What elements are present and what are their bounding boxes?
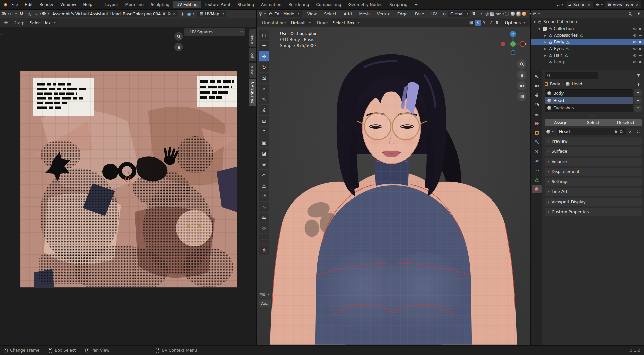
image-display-dropdown[interactable]: ● bbox=[187, 11, 194, 17]
menu-add[interactable]: Add bbox=[341, 10, 355, 18]
menu-view[interactable]: View bbox=[304, 10, 320, 18]
tab-scripting[interactable]: Scripting bbox=[386, 1, 411, 8]
uv-squares-panel-header[interactable]: UV Squares ∷ bbox=[184, 28, 245, 36]
tab-texture-paint[interactable]: Texture Paint bbox=[201, 1, 234, 8]
viewlayer-selector[interactable]: ViewLayer ✕ bbox=[605, 1, 641, 8]
edge-slide-tool[interactable]: ⇆ bbox=[259, 213, 269, 223]
solid-shading-icon[interactable] bbox=[511, 12, 515, 16]
image-browse-dropdown[interactable] bbox=[42, 11, 49, 17]
world-properties-tab[interactable] bbox=[532, 119, 542, 128]
image-name-field[interactable]: Assemblr's Virtual Assistant_Head_BaseCo… bbox=[50, 10, 178, 17]
snap-toggle-icon[interactable] bbox=[494, 19, 501, 26]
vp-drag-mode-dropdown[interactable]: Select Box bbox=[331, 19, 361, 26]
collection-checkbox[interactable]: ✓ bbox=[543, 27, 547, 31]
mode-dropdown[interactable]: Edit Mode bbox=[267, 11, 302, 17]
extrude-tool[interactable]: ↥ bbox=[259, 127, 269, 137]
cursor-tool[interactable]: ✛ bbox=[259, 41, 269, 51]
uv-canvas[interactable]: › bbox=[0, 27, 256, 345]
fake-user-shield-icon[interactable] bbox=[162, 12, 166, 16]
section-custom-properties[interactable]: Custom Properties bbox=[545, 208, 642, 216]
select-box-tool[interactable]: ▢ bbox=[259, 30, 269, 40]
slot-body[interactable]: Body bbox=[545, 90, 633, 97]
viewlayer-browse-dropdown[interactable] bbox=[596, 1, 603, 8]
poly-build-tool[interactable]: △ bbox=[259, 180, 269, 190]
fake-user-shield-icon[interactable] bbox=[614, 130, 618, 134]
sidebar-tab-uv-squares[interactable]: UV Squares bbox=[249, 79, 256, 106]
scene-unlink-icon[interactable]: ✕ bbox=[587, 3, 591, 7]
breadcrumb-object[interactable]: Body bbox=[550, 82, 560, 86]
render-visibility-icon[interactable] bbox=[639, 54, 643, 57]
panel-grip-icon[interactable]: ∷ bbox=[240, 30, 243, 34]
uv-proportional-edit-icon[interactable]: ◎ bbox=[26, 11, 33, 17]
scene-browse-dropdown[interactable] bbox=[556, 1, 563, 8]
loop-cut-tool[interactable]: ⊜ bbox=[259, 159, 269, 169]
breadcrumb-data[interactable]: Head bbox=[572, 82, 582, 86]
render-visibility-icon[interactable] bbox=[639, 34, 643, 37]
duplicate-material-icon[interactable] bbox=[620, 130, 623, 134]
assign-button[interactable]: Assign bbox=[545, 119, 577, 126]
spin-tool[interactable]: ↺ bbox=[259, 191, 269, 201]
blender-logo-icon[interactable] bbox=[3, 2, 8, 7]
outliner-row-scene-collection[interactable]: ▼ Scene Collection bbox=[531, 18, 644, 25]
add-slot-button[interactable]: + bbox=[634, 89, 642, 96]
pivot-point-icon[interactable]: ⊙ bbox=[441, 11, 448, 17]
mirror-x-button[interactable]: X bbox=[475, 20, 481, 26]
select-button[interactable]: Select bbox=[577, 119, 609, 126]
menu-file[interactable]: File bbox=[8, 1, 21, 8]
material-name-field[interactable]: Head bbox=[557, 128, 626, 135]
symmetry-grid-icon[interactable] bbox=[468, 19, 475, 26]
add-workspace-button[interactable]: + bbox=[411, 1, 421, 8]
slot-head[interactable]: Head bbox=[545, 97, 633, 104]
outliner-search-icon[interactable] bbox=[627, 11, 633, 17]
physics-properties-tab[interactable] bbox=[532, 157, 542, 165]
object-data-properties-tab[interactable] bbox=[532, 176, 542, 184]
snap-settings-dropdown[interactable] bbox=[477, 11, 484, 17]
remove-slot-button[interactable]: − bbox=[634, 97, 642, 104]
render-properties-tab[interactable] bbox=[532, 82, 542, 90]
tab-rendering[interactable]: Rendering bbox=[285, 1, 312, 8]
unlink-image-icon[interactable]: ✕ bbox=[173, 12, 176, 16]
browse-material-dropdown[interactable] bbox=[545, 128, 555, 135]
uv-drag-mode-dropdown[interactable]: Select Box bbox=[27, 19, 58, 26]
viewport-ortho-toggle-icon[interactable] bbox=[517, 92, 526, 101]
inset-faces-tool[interactable]: ▣ bbox=[259, 137, 269, 147]
operator-panel-header[interactable]: Mul bbox=[259, 292, 269, 297]
outliner-row-lamp[interactable]: Lamp bbox=[531, 59, 644, 65]
section-surface[interactable]: Surface bbox=[545, 147, 642, 156]
options-dropdown[interactable]: Options bbox=[503, 19, 528, 26]
outliner-row-collection[interactable]: ▼ ✓ Collection bbox=[531, 25, 644, 32]
transform-tool[interactable]: ⌖ bbox=[259, 84, 269, 94]
properties-search[interactable] bbox=[545, 72, 598, 79]
menu-face[interactable]: Face bbox=[412, 10, 427, 18]
properties-filter-icon[interactable] bbox=[635, 72, 642, 79]
modifier-properties-tab[interactable] bbox=[532, 138, 542, 146]
section-settings[interactable]: Settings bbox=[545, 178, 642, 186]
uv-editor-type-dropdown[interactable] bbox=[2, 11, 9, 17]
section-displacement[interactable]: Displacement bbox=[545, 168, 642, 176]
hide-eye-icon[interactable] bbox=[633, 47, 637, 51]
material-context-menu-icon[interactable]: ∷ bbox=[635, 128, 642, 135]
uv-snap-magnet-icon[interactable] bbox=[18, 11, 25, 17]
uv-falloff-dropdown[interactable]: ∿ bbox=[34, 11, 41, 17]
tab-sculpting[interactable]: Sculpting bbox=[147, 1, 173, 8]
proportional-edit-icon[interactable]: ◎ bbox=[484, 11, 490, 17]
tab-animation[interactable]: Animation bbox=[258, 1, 285, 8]
sidebar-tab-view[interactable]: View bbox=[249, 63, 256, 78]
outliner-row-eyes[interactable]: ▶ Eyes bbox=[531, 45, 644, 52]
tab-geometry-nodes[interactable]: Geometry Nodes bbox=[345, 1, 386, 8]
menu-vertex[interactable]: Vertex bbox=[374, 10, 393, 18]
slot-eyelashes[interactable]: Eyelashes bbox=[545, 104, 633, 112]
uv-pivot-dropdown[interactable]: ⊙ bbox=[10, 11, 17, 17]
section-volume[interactable]: Volume bbox=[545, 158, 642, 166]
render-visibility-icon[interactable] bbox=[639, 27, 643, 31]
tab-compositing[interactable]: Compositing bbox=[313, 1, 344, 8]
rip-region-tool[interactable]: ⋔ bbox=[259, 245, 269, 255]
sidebar-tab-tool[interactable]: Tool bbox=[249, 48, 256, 61]
menu-mesh[interactable]: Mesh bbox=[356, 10, 373, 18]
render-visibility-icon[interactable] bbox=[639, 40, 643, 44]
smooth-tool[interactable]: ∿ bbox=[259, 202, 269, 212]
navigation-gizmo[interactable]: Z X bbox=[499, 30, 527, 58]
scene-selector[interactable]: Scene ✕ bbox=[566, 1, 593, 8]
section-preview[interactable]: Preview bbox=[545, 137, 642, 145]
duplicate-image-icon[interactable] bbox=[168, 12, 171, 16]
